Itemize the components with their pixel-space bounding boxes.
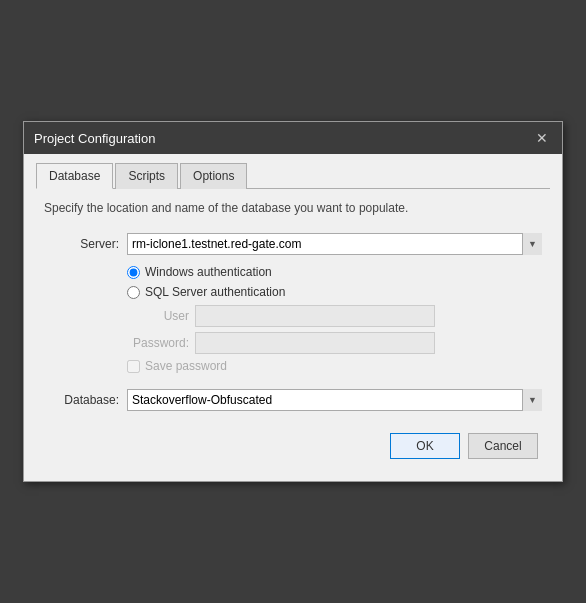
dialog-title: Project Configuration: [34, 131, 155, 146]
tab-bar: Database Scripts Options: [36, 162, 550, 189]
server-select-wrapper: rm-iclone1.testnet.red-gate.com ▼: [127, 233, 542, 255]
server-row: Server: rm-iclone1.testnet.red-gate.com …: [44, 233, 542, 255]
password-input[interactable]: [195, 332, 435, 354]
windows-auth-label[interactable]: Windows authentication: [145, 265, 272, 279]
save-password-checkbox[interactable]: [127, 360, 140, 373]
password-field-row: Password:: [127, 332, 542, 354]
database-row: Database: Stackoverflow-Obfuscated ▼: [44, 389, 542, 411]
save-password-row: Save password: [127, 359, 542, 373]
user-input[interactable]: [195, 305, 435, 327]
dialog-footer: OK Cancel: [36, 421, 550, 469]
sql-auth-row: SQL Server authentication: [127, 285, 542, 299]
windows-auth-radio[interactable]: [127, 266, 140, 279]
title-bar: Project Configuration ✕: [24, 122, 562, 154]
form-section: Server: rm-iclone1.testnet.red-gate.com …: [36, 233, 550, 421]
description-text: Specify the location and name of the dat…: [44, 201, 550, 215]
database-select-wrapper: Stackoverflow-Obfuscated ▼: [127, 389, 542, 411]
database-select[interactable]: Stackoverflow-Obfuscated: [127, 389, 542, 411]
sql-auth-radio[interactable]: [127, 286, 140, 299]
project-configuration-dialog: Project Configuration ✕ Database Scripts…: [23, 121, 563, 482]
auth-fields: User Password:: [127, 305, 542, 354]
tab-scripts[interactable]: Scripts: [115, 163, 178, 189]
sql-auth-label[interactable]: SQL Server authentication: [145, 285, 285, 299]
tab-database[interactable]: Database: [36, 163, 113, 189]
tab-options[interactable]: Options: [180, 163, 247, 189]
server-label: Server:: [44, 237, 119, 251]
close-button[interactable]: ✕: [532, 128, 552, 148]
database-label: Database:: [44, 393, 119, 407]
user-label: User: [127, 309, 189, 323]
server-select[interactable]: rm-iclone1.testnet.red-gate.com: [127, 233, 542, 255]
ok-button[interactable]: OK: [390, 433, 460, 459]
save-password-label[interactable]: Save password: [145, 359, 227, 373]
password-label: Password:: [127, 336, 189, 350]
cancel-button[interactable]: Cancel: [468, 433, 538, 459]
user-field-row: User: [127, 305, 542, 327]
windows-auth-row: Windows authentication: [127, 265, 542, 279]
dialog-body: Database Scripts Options Specify the loc…: [24, 154, 562, 481]
